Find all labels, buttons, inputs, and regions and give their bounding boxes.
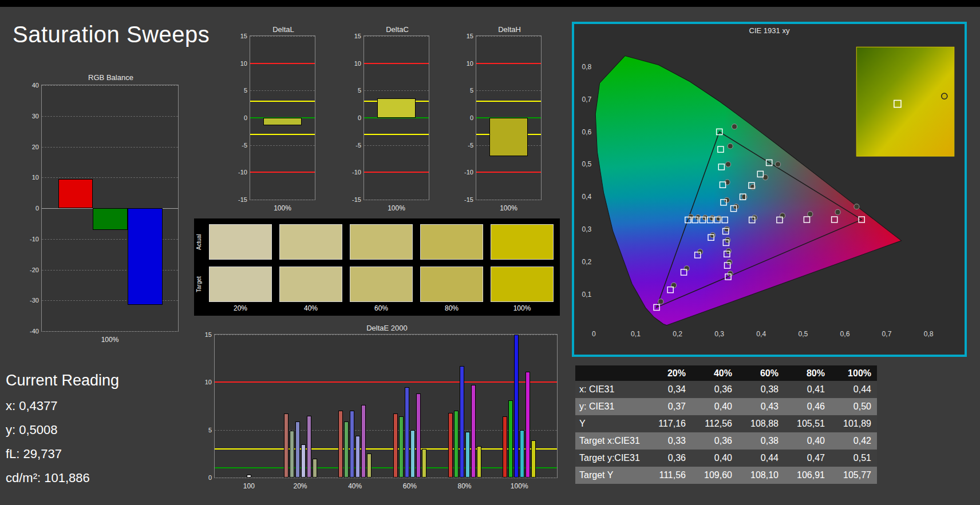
color-swatch-panel[interactable]: ActualTarget20%40%60%80%100%	[194, 218, 560, 316]
table-cell: 0,36	[691, 432, 738, 450]
deltaL-panel[interactable]: DeltaL 151050-5-10-15100%	[230, 25, 317, 214]
table-header-row: 20%40%60%80%100%	[575, 365, 877, 381]
table-header-cell: 60%	[738, 365, 784, 381]
target-swatch-40%	[279, 267, 342, 302]
inset-measured-point	[942, 93, 947, 99]
y-tick-label: 0,3	[582, 225, 591, 233]
y-tick-label: 20	[22, 144, 39, 150]
deltaE-bar	[514, 335, 519, 478]
table-cell: 117,16	[645, 415, 691, 432]
table-cell: 0,38	[738, 432, 784, 450]
deltaE-bar	[284, 413, 289, 478]
deltaE-bar	[460, 366, 464, 478]
table-cell: 106,91	[784, 467, 831, 484]
table-row-label: Target x:CIE31	[575, 432, 645, 450]
y-tick-label: 5	[195, 427, 212, 434]
y-tick-label: 30	[22, 113, 39, 120]
table-row: Target x:CIE310,330,360,380,400,42	[575, 432, 877, 450]
x-axis-label: 40%	[348, 482, 362, 490]
rgb-balance-panel[interactable]: RGB Balance 403020100-10-20-30-40100%	[17, 73, 180, 347]
table-header-cell: 100%	[831, 365, 877, 381]
deltaE-bar	[344, 422, 349, 478]
deltaE-panel[interactable]: DeltaE 2000 15105010020%40%60%80%100%	[197, 324, 560, 493]
x-axis-label: 100%	[101, 336, 119, 344]
gridline	[42, 85, 178, 86]
x-tick-label: 0,7	[882, 330, 892, 338]
deltaE-bar	[367, 454, 372, 478]
deltaH-panel[interactable]: DeltaH 151050-5-10-15100%	[456, 25, 543, 214]
x-axis-label: 100%	[511, 482, 528, 490]
x-tick-label: 0,3	[714, 330, 724, 338]
actual-swatch-40%	[279, 224, 342, 260]
x-axis-label: 80%	[458, 482, 472, 490]
table-cell: 0,40	[691, 450, 738, 467]
zoom-inset	[856, 47, 954, 156]
measured-point	[835, 209, 840, 214]
deltaE-bar	[355, 436, 360, 478]
y-tick-label: -5	[456, 142, 473, 149]
y-tick-label: 0	[230, 114, 247, 121]
y-tick-label: -10	[456, 169, 473, 176]
cie-1931-panel[interactable]: CIE 1931 xy 00,10,20,30,40,50,60,70,80,1…	[572, 22, 967, 357]
deltaC-panel[interactable]: DeltaC 151050-5-10-15100%	[344, 25, 431, 214]
reference-line	[250, 172, 315, 173]
measurement-table[interactable]: 20%40%60%80%100%x: CIE310,340,360,380,41…	[575, 365, 877, 484]
table-cell: 0,44	[831, 381, 877, 398]
actual-swatch-60%	[350, 224, 413, 260]
deltaH-plot: 151050-5-10-15100%	[476, 35, 542, 200]
y-tick-label: -15	[344, 196, 361, 203]
table-header-cell: 20%	[645, 365, 691, 381]
gridline	[250, 90, 315, 91]
table-cell: 108,10	[738, 467, 784, 484]
x-tick-label: 0,5	[798, 330, 808, 338]
y-tick-label: 5	[344, 87, 361, 94]
y-tick-label: 5	[456, 87, 473, 94]
gridline	[42, 331, 178, 332]
table-cell: 108,88	[738, 415, 784, 432]
measured-point	[728, 144, 733, 149]
y-tick-label: -5	[230, 142, 247, 149]
gridline	[250, 145, 315, 146]
deltaE-title: DeltaE 2000	[214, 324, 560, 332]
reference-line	[364, 134, 429, 135]
table-cell: 0,37	[645, 398, 691, 415]
deltaE-bar	[448, 413, 453, 478]
y-tick-label: 40	[22, 82, 39, 89]
target-swatch-80%	[420, 267, 483, 302]
deltaE-bar	[416, 393, 421, 478]
measured-point	[732, 124, 737, 129]
x-tick-label: 0,4	[756, 330, 766, 338]
gridline	[364, 90, 429, 91]
table-row-label: Y	[575, 415, 645, 432]
x-axis-label: 100%	[500, 204, 517, 212]
reference-line	[364, 172, 429, 173]
y-tick-label: 0	[195, 474, 212, 481]
table-cell: 105,77	[831, 467, 877, 484]
reference-line	[364, 63, 429, 64]
current-reading-fl: fL: 29,737	[6, 447, 62, 462]
deltaE-bar	[520, 430, 524, 478]
table-cell: 0,38	[738, 381, 784, 398]
x-tick-label: 0,8	[924, 330, 934, 338]
deltaH-bar	[489, 118, 528, 156]
y-tick-label: 0,8	[582, 63, 591, 71]
cie-title: CIE 1931 xy	[574, 26, 965, 35]
table-row-label: Target Y	[575, 467, 645, 484]
y-tick-label: 0,6	[582, 128, 591, 136]
current-reading-y: y: 0,5008	[6, 423, 58, 438]
gridline	[364, 200, 429, 200]
reference-line	[250, 134, 315, 135]
gridline	[476, 200, 541, 200]
table-cell: 111,56	[645, 467, 691, 484]
swatch-col-label: 40%	[304, 304, 318, 312]
blue-bar	[128, 208, 163, 305]
red-bar	[58, 179, 93, 208]
table-row: Target y:CIE310,360,400,440,470,51	[575, 450, 877, 467]
deltaE-bar	[525, 372, 530, 478]
gridline	[250, 36, 315, 37]
rgb-balance-title: RGB Balance	[41, 73, 180, 82]
table-row-label: x: CIE31	[575, 381, 645, 398]
x-tick-label: 0,1	[631, 330, 641, 338]
table-cell: 0,44	[738, 450, 784, 467]
gridline	[42, 147, 178, 148]
